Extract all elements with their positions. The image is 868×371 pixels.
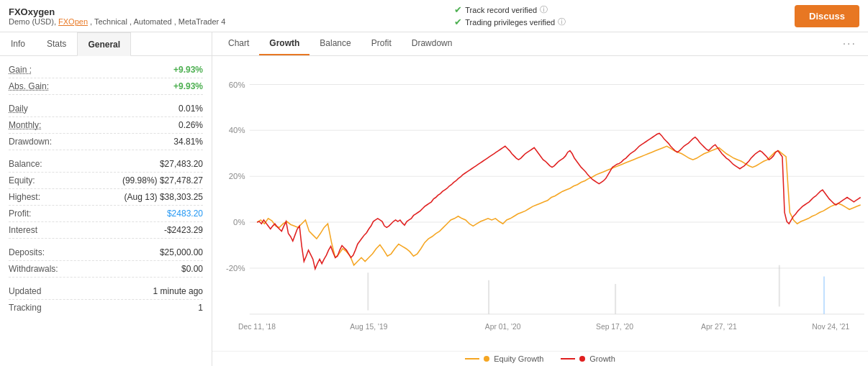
svg-rect-18 <box>488 280 489 314</box>
track-record-label: Track record verified <box>465 6 537 14</box>
svg-text:40%: 40% <box>229 126 245 134</box>
gain-value: +9.93% <box>173 65 203 75</box>
highest-label: Highest: <box>9 192 40 202</box>
chart-tab-growth[interactable]: Growth <box>259 32 309 55</box>
trading-privileges-badge: ✔ Trading privileges verified ⓘ <box>454 17 566 27</box>
monthly-value: 0.26% <box>178 120 203 130</box>
growth-chart: 60% 40% 20% 0% -20% Dec 11, '18 Aug 15, … <box>212 62 868 348</box>
gain-label: Gain : <box>9 65 32 75</box>
monthly-label: Monthly: <box>9 120 41 130</box>
equity-growth-legend: Equity Growth <box>465 354 543 363</box>
equity-value: (99.98%) $27,478.27 <box>122 175 203 186</box>
info-icon-track[interactable]: ⓘ <box>540 4 548 15</box>
svg-text:Sep 17, '20: Sep 17, '20 <box>596 323 633 331</box>
chart-tab-profit[interactable]: Profit <box>361 32 402 55</box>
right-panel: Chart Growth Balance Profit Drawdown ···… <box>212 32 868 366</box>
chart-tab-balance[interactable]: Balance <box>309 32 361 55</box>
subtitle-suffix: , Technical , Automated , MetaTrader 4 <box>88 17 225 26</box>
svg-text:60%: 60% <box>229 81 245 89</box>
left-tabs: Info Stats General <box>0 32 212 56</box>
profit-value: $2483.20 <box>167 209 203 219</box>
svg-rect-17 <box>367 272 369 310</box>
svg-text:Apr 01, '20: Apr 01, '20 <box>485 323 521 331</box>
subtitle-prefix: Demo (USD), <box>9 17 58 26</box>
interest-value: -$2423.29 <box>164 225 203 235</box>
left-panel: Info Stats General Gain : +9.93% Abs. Ga… <box>0 32 212 366</box>
abs-gain-label: Abs. Gain: <box>9 81 49 91</box>
interest-label: Interest <box>9 225 37 235</box>
svg-rect-19 <box>615 284 616 314</box>
daily-label: Daily <box>9 104 28 114</box>
abs-gain-row: Abs. Gain: +9.93% <box>9 78 203 95</box>
deposits-label: Deposits: <box>9 247 45 257</box>
growth-line <box>257 134 861 270</box>
daily-value: 0.01% <box>178 104 203 114</box>
tracking-row: Tracking 1 <box>9 300 203 316</box>
highest-row: Highest: (Aug 13) $38,303.25 <box>9 189 203 206</box>
withdrawals-row: Withdrawals: $0.00 <box>9 261 203 278</box>
withdrawals-value: $0.00 <box>181 264 203 274</box>
svg-rect-20 <box>779 265 780 307</box>
gain-row: Gain : +9.93% <box>9 62 203 78</box>
tab-stats[interactable]: Stats <box>36 32 77 55</box>
deposits-value: $25,000.00 <box>160 247 203 257</box>
balance-value: $27,483.20 <box>160 159 203 169</box>
updated-row: Updated 1 minute ago <box>9 283 203 300</box>
drawdown-label: Drawdown: <box>9 137 52 147</box>
tab-info[interactable]: Info <box>0 32 36 55</box>
svg-text:20%: 20% <box>229 172 245 180</box>
svg-text:Nov 24, '21: Nov 24, '21 <box>812 323 849 331</box>
svg-text:Apr 27, '21: Apr 27, '21 <box>701 323 737 331</box>
growth-dot <box>579 356 585 362</box>
page-header: FXOxygen Demo (USD), FXOpen , Technical … <box>0 0 868 32</box>
equity-growth-line-sample <box>465 358 479 359</box>
balance-label: Balance: <box>9 159 42 169</box>
info-icon-trading[interactable]: ⓘ <box>558 17 566 27</box>
deposits-row: Deposits: $25,000.00 <box>9 244 203 261</box>
withdrawals-label: Withdrawals: <box>9 264 58 274</box>
broker-link[interactable]: FXOpen <box>58 17 88 26</box>
equity-growth-line <box>257 146 861 265</box>
updated-value: 1 minute ago <box>153 286 203 296</box>
chart-tab-chart[interactable]: Chart <box>218 32 259 55</box>
daily-row: Daily 0.01% <box>9 101 203 117</box>
interest-row: Interest -$2423.29 <box>9 222 203 239</box>
verification-badges: ✔ Track record verified ⓘ ✔ Trading priv… <box>454 4 566 27</box>
equity-growth-dot <box>484 356 489 362</box>
growth-label: Growth <box>589 354 615 363</box>
app-subtitle: Demo (USD), FXOpen , Technical , Automat… <box>9 17 225 26</box>
track-record-badge: ✔ Track record verified ⓘ <box>454 4 566 15</box>
monthly-row: Monthly: 0.26% <box>9 117 203 134</box>
tracking-value: 1 <box>198 303 203 313</box>
equity-label: Equity: <box>9 175 35 186</box>
discuss-button[interactable]: Discuss <box>795 5 859 27</box>
general-panel: Gain : +9.93% Abs. Gain: +9.93% Daily 0.… <box>0 56 212 366</box>
chart-tabs: Chart Growth Balance Profit Drawdown ··· <box>212 32 868 56</box>
drawdown-value: 34.81% <box>173 137 203 147</box>
updated-label: Updated <box>9 286 41 296</box>
svg-text:-20%: -20% <box>226 264 245 272</box>
drawdown-row: Drawdown: 34.81% <box>9 134 203 150</box>
more-options-button[interactable]: ··· <box>837 35 862 53</box>
app-title: FXOxygen <box>9 6 225 17</box>
chart-tab-drawdown[interactable]: Drawdown <box>402 32 463 55</box>
abs-gain-value: +9.93% <box>173 81 203 91</box>
chart-area: 60% 40% 20% 0% -20% Dec 11, '18 Aug 15, … <box>212 56 868 351</box>
growth-legend: Growth <box>561 354 615 363</box>
svg-text:Dec 11, '18: Dec 11, '18 <box>238 323 276 331</box>
check-icon-track: ✔ <box>454 4 462 15</box>
equity-row: Equity: (99.98%) $27,478.27 <box>9 173 203 189</box>
tab-general[interactable]: General <box>77 32 131 56</box>
chart-legend: Equity Growth Growth <box>212 351 868 366</box>
balance-row: Balance: $27,483.20 <box>9 156 203 173</box>
check-icon-trading: ✔ <box>454 17 462 27</box>
tracking-label: Tracking <box>9 303 42 313</box>
main-content: Info Stats General Gain : +9.93% Abs. Ga… <box>0 32 868 366</box>
profit-row: Profit: $2483.20 <box>9 206 203 222</box>
growth-line-sample <box>561 358 575 359</box>
svg-rect-21 <box>823 277 825 314</box>
highest-value: (Aug 13) $38,303.25 <box>125 192 203 202</box>
svg-text:Aug 15, '19: Aug 15, '19 <box>350 323 387 331</box>
header-left: FXOxygen Demo (USD), FXOpen , Technical … <box>9 6 225 26</box>
equity-growth-label: Equity Growth <box>494 354 543 363</box>
